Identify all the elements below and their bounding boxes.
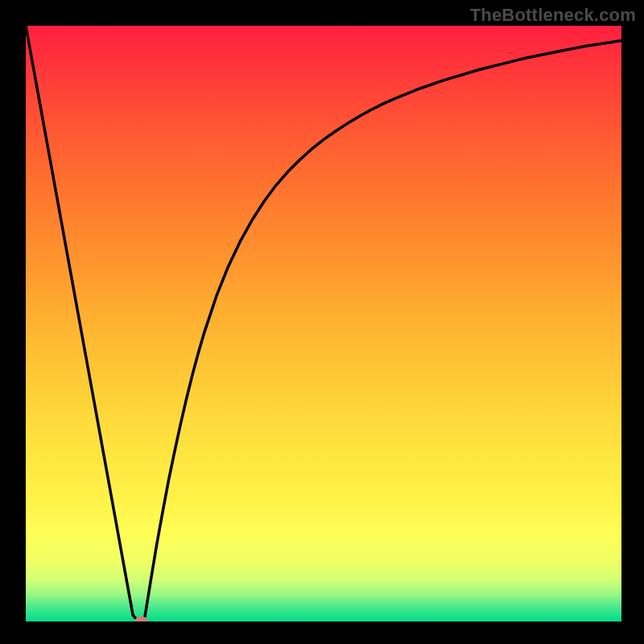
gradient-background	[26, 26, 621, 621]
chart-frame: TheBottleneck.com	[0, 0, 644, 644]
watermark-label: TheBottleneck.com	[470, 5, 636, 26]
plot-area	[26, 26, 621, 621]
chart-svg	[26, 26, 621, 621]
